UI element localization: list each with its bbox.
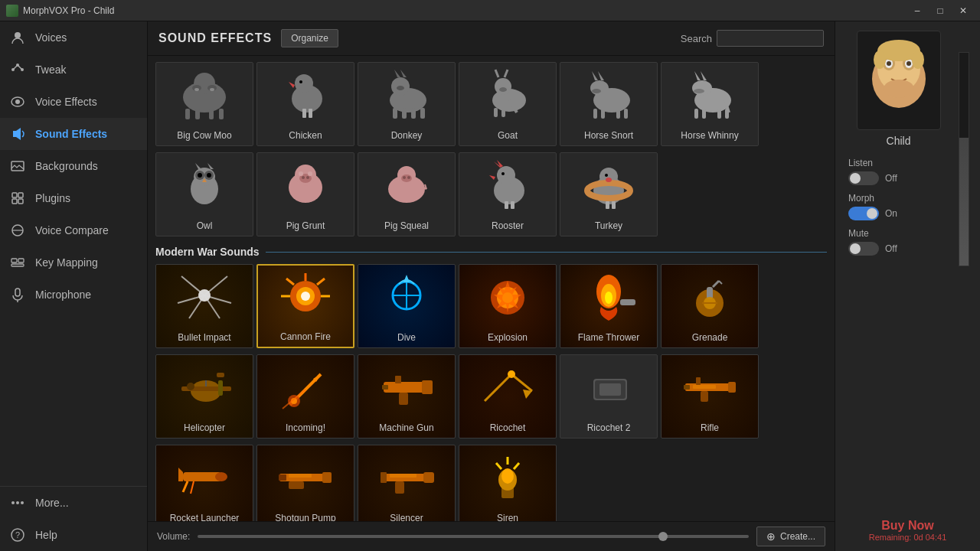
sidebar-item-tweak[interactable]: Tweak: [0, 54, 147, 86]
animal-sounds-grid-row2: Owl Pig Grunt Pig Squeal: [155, 152, 827, 236]
svg-line-177: [183, 481, 188, 492]
sound-item-owl[interactable]: Owl: [155, 152, 253, 236]
sound-item-silencer[interactable]: Silencer: [358, 445, 456, 521]
sound-item-shotgun-pump[interactable]: Shotgun Pump: [256, 445, 354, 521]
voice-volume-bar: [959, 52, 969, 266]
svg-rect-15: [18, 259, 24, 262]
svg-rect-65: [624, 109, 628, 119]
sound-item-chicken[interactable]: Chicken: [256, 62, 354, 146]
dive-icon: [358, 265, 455, 326]
chicken-icon: [257, 63, 354, 124]
svg-rect-105: [511, 201, 514, 209]
bullet-impact-label: Bullet Impact: [178, 332, 230, 343]
svg-line-178: [191, 481, 194, 494]
svg-rect-39: [309, 109, 312, 118]
svg-line-125: [286, 279, 294, 285]
mute-toggle[interactable]: [848, 242, 879, 256]
sidebar-item-backgrounds[interactable]: Backgrounds: [0, 150, 147, 182]
sidebar-item-sound-effects[interactable]: Sound Effects: [0, 118, 147, 150]
close-button[interactable]: ✕: [952, 3, 974, 18]
rooster-label: Rooster: [492, 220, 524, 231]
organize-button[interactable]: Organize: [281, 29, 338, 47]
horse-whinny-label: Horse Whinny: [681, 130, 738, 141]
sound-item-donkey[interactable]: Donkey: [358, 62, 456, 146]
sound-item-horse-whinny[interactable]: Horse Whinny: [661, 62, 759, 146]
sound-item-horse-snort[interactable]: Horse Snort: [560, 62, 658, 146]
ricochet-icon: [459, 355, 556, 416]
listen-toggle[interactable]: [848, 171, 879, 185]
svg-point-164: [508, 370, 515, 378]
helicopter-icon: [156, 355, 253, 416]
buy-now-button[interactable]: Buy Now: [869, 519, 947, 533]
right-panel: Child Listen Off Morph On Mute: [835, 21, 980, 551]
sound-item-rocket-launcher[interactable]: Rocket Launcher: [155, 445, 253, 521]
maximize-button[interactable]: □: [929, 3, 951, 18]
sound-item-helicopter[interactable]: Helicopter: [155, 354, 253, 439]
search-input[interactable]: [717, 30, 824, 47]
sound-item-incoming[interactable]: Incoming!: [256, 354, 354, 439]
svg-point-94: [401, 174, 412, 182]
sound-item-pig-squeal[interactable]: Pig Squeal: [358, 152, 456, 236]
sound-item-rooster[interactable]: Rooster: [459, 152, 557, 236]
silencer-label: Silencer: [390, 513, 423, 521]
create-label: Create...: [780, 531, 815, 542]
sound-item-grenade[interactable]: Grenade: [661, 264, 759, 348]
sound-item-pig-grunt[interactable]: Pig Grunt: [256, 152, 354, 236]
svg-line-162: [511, 374, 532, 391]
sidebar-item-voice-effects[interactable]: Voice Effects: [0, 86, 147, 118]
sound-item-dive[interactable]: Dive: [358, 264, 456, 348]
listen-state: Off: [885, 173, 897, 184]
sidebar-label-voice-effects: Voice Effects: [35, 96, 97, 108]
svg-point-44: [397, 86, 404, 90]
volume-slider[interactable]: [198, 535, 749, 538]
sidebar-label-backgrounds: Backgrounds: [35, 160, 98, 172]
svg-line-141: [713, 281, 719, 287]
minimize-button[interactable]: –: [906, 3, 928, 18]
sidebar-item-plugins[interactable]: Plugins: [0, 182, 147, 214]
svg-rect-157: [422, 380, 433, 394]
sound-item-rifle[interactable]: Rifle: [661, 354, 759, 439]
goat-label: Goat: [498, 130, 518, 141]
rifle-icon: [662, 355, 758, 416]
sound-item-bullet-impact[interactable]: Bullet Impact: [155, 264, 253, 348]
sound-grid-container[interactable]: Big Cow Moo Chicken Donkey: [148, 56, 835, 521]
create-button[interactable]: ⊕ Create...: [756, 527, 825, 546]
sound-item-goat[interactable]: Goat: [459, 62, 557, 146]
sidebar-item-help[interactable]: ? Help: [0, 519, 147, 551]
svg-line-124: [317, 279, 325, 285]
sound-item-machine-gun[interactable]: Machine Gun: [358, 354, 456, 439]
svg-point-61: [592, 89, 601, 93]
sidebar-item-more[interactable]: More...: [0, 487, 147, 519]
ricochet2-label: Ricochet 2: [587, 422, 631, 433]
sound-item-flame-thrower[interactable]: Flame Thrower: [560, 264, 658, 348]
svg-rect-31: [209, 109, 214, 119]
svg-marker-43: [400, 70, 407, 77]
svg-point-19: [16, 501, 19, 504]
svg-point-37: [299, 80, 302, 83]
morph-toggle[interactable]: [848, 207, 879, 220]
svg-point-27: [194, 88, 199, 91]
sound-item-cannon-fire[interactable]: Cannon Fire: [256, 264, 354, 348]
sound-item-ricochet2[interactable]: Ricochet 2: [560, 354, 658, 439]
sound-item-ricochet[interactable]: Ricochet: [459, 354, 557, 439]
sound-item-big-cow-moo[interactable]: Big Cow Moo: [155, 62, 253, 146]
sidebar-item-voice-compare[interactable]: Voice Compare: [0, 214, 147, 246]
sidebar-item-key-mapping[interactable]: Key Mapping: [0, 246, 147, 279]
svg-rect-173: [693, 385, 716, 389]
sound-item-turkey[interactable]: Turkey: [560, 152, 658, 236]
svg-rect-38: [302, 109, 306, 118]
big-cow-moo-label: Big Cow Moo: [177, 130, 231, 141]
machine-gun-icon: [358, 355, 455, 416]
sidebar-label-plugins: Plugins: [35, 192, 70, 204]
svg-rect-30: [195, 109, 200, 119]
svg-point-53: [499, 87, 507, 92]
svg-rect-73: [717, 109, 721, 119]
svg-rect-29: [185, 109, 190, 119]
window-controls: – □ ✕: [906, 3, 974, 18]
sound-item-explosion[interactable]: Explosion: [459, 264, 557, 348]
sound-item-siren[interactable]: Siren: [459, 445, 557, 521]
remaining-text: Remaining: 0d 04:41: [869, 533, 947, 542]
sidebar-item-microphone[interactable]: Microphone: [0, 279, 147, 311]
sidebar-item-voices[interactable]: Voices: [0, 21, 147, 54]
cannon-fire-label: Cannon Fire: [280, 331, 331, 342]
